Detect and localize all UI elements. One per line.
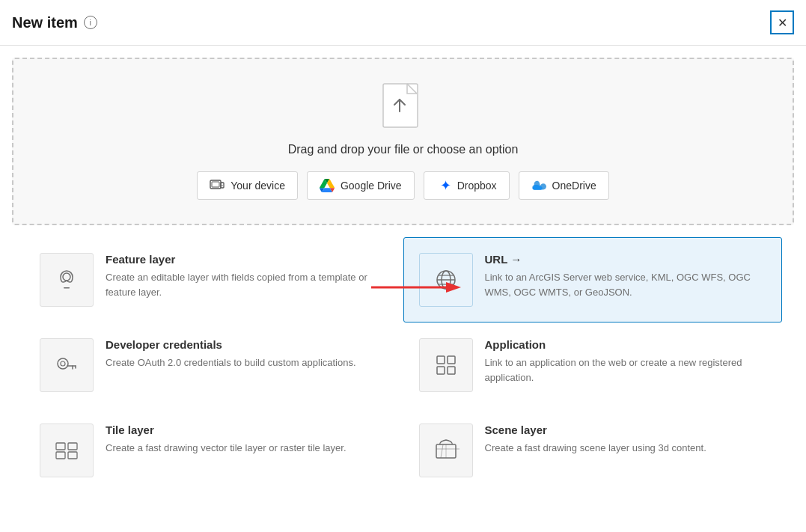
item-title-url: URL → <box>485 253 767 266</box>
item-card-developer-credentials[interactable]: Developer credentials Create OAuth 2.0 c… <box>24 322 403 408</box>
svg-point-15 <box>58 358 68 369</box>
item-title-application: Application <box>485 338 767 351</box>
device-icon <box>210 178 225 193</box>
pin-icon <box>53 266 80 293</box>
onedrive-label: OneDrive <box>552 180 596 192</box>
svg-rect-24 <box>56 443 65 450</box>
device-label: Your device <box>230 180 285 192</box>
svg-rect-22 <box>437 367 445 374</box>
svg-rect-9 <box>64 287 70 289</box>
svg-marker-7 <box>446 282 461 293</box>
item-desc-application: Link to an application on the web or cre… <box>485 355 767 385</box>
item-title-feature-layer: Feature layer <box>106 253 388 266</box>
svg-rect-26 <box>68 443 77 450</box>
item-card-scene-layer[interactable]: Scene layer Create a fast drawing scene … <box>403 408 783 493</box>
dialog-title: New item <box>12 14 78 31</box>
item-desc-feature-layer: Create an editable layer with fields cop… <box>106 270 388 299</box>
close-button[interactable]: ✕ <box>770 10 794 34</box>
source-button-googledrive[interactable]: Google Drive <box>307 171 415 200</box>
svg-rect-3 <box>212 182 219 187</box>
source-button-dropbox[interactable]: ✦ Dropbox <box>424 171 510 200</box>
svg-rect-21 <box>448 356 455 364</box>
svg-point-16 <box>61 361 65 366</box>
item-icon-box-developer-credentials <box>40 338 94 392</box>
source-button-device[interactable]: Your device <box>197 171 298 200</box>
scene-icon <box>433 437 460 464</box>
item-card-tile-layer[interactable]: Tile layer Create a fast drawing vector … <box>24 408 403 493</box>
svg-rect-25 <box>56 452 65 459</box>
item-content-tile-layer: Tile layer Create a fast drawing vector … <box>106 424 388 456</box>
item-icon-box-application <box>419 338 473 392</box>
svg-point-8 <box>63 273 70 281</box>
item-title-developer-credentials: Developer credentials <box>106 338 388 351</box>
app-icon <box>433 352 460 379</box>
item-desc-scene-layer: Create a fast drawing scene layer using … <box>485 441 767 456</box>
key-icon <box>53 352 80 379</box>
item-card-application[interactable]: Application Link to an application on th… <box>403 322 783 408</box>
item-content-feature-layer: Feature layer Create an editable layer w… <box>106 253 388 299</box>
item-desc-tile-layer: Create a fast drawing vector tile layer … <box>106 441 388 456</box>
item-title-scene-layer: Scene layer <box>485 424 767 436</box>
dialog-header: New item i ✕ <box>0 0 806 46</box>
source-buttons-container: Your device Google Drive <box>197 171 608 200</box>
onedrive-icon <box>531 178 546 193</box>
googledrive-label: Google Drive <box>341 180 402 192</box>
tiles-icon <box>53 437 80 464</box>
item-content-developer-credentials: Developer credentials Create OAuth 2.0 c… <box>106 338 388 370</box>
info-icon[interactable]: i <box>84 16 97 29</box>
svg-rect-20 <box>437 356 445 364</box>
item-icon-box-feature-layer <box>40 253 94 307</box>
item-content-application: Application Link to an application on th… <box>485 338 767 385</box>
svg-rect-27 <box>68 452 77 459</box>
items-grid: Feature layer Create an editable layer w… <box>24 237 782 493</box>
red-arrow-indicator <box>371 278 461 296</box>
dropbox-label: Dropbox <box>457 180 497 192</box>
header-left: New item i <box>12 14 97 31</box>
source-button-onedrive[interactable]: OneDrive <box>519 171 609 200</box>
svg-rect-23 <box>448 367 455 374</box>
dropbox-icon: ✦ <box>436 178 451 193</box>
item-content-url: URL → Link to an ArcGIS Server web servi… <box>485 253 767 299</box>
item-desc-developer-credentials: Create OAuth 2.0 credentials to build cu… <box>106 355 388 370</box>
item-desc-url: Link to an ArcGIS Server web service, KM… <box>485 270 767 299</box>
upload-icon <box>382 83 424 131</box>
drop-zone[interactable]: Drag and drop your file or choose an opt… <box>12 58 794 225</box>
item-icon-box-scene-layer <box>419 424 473 477</box>
item-card-feature-layer[interactable]: Feature layer Create an editable layer w… <box>24 237 403 322</box>
item-content-scene-layer: Scene layer Create a fast drawing scene … <box>485 424 767 456</box>
drop-instruction: Drag and drop your file or choose an opt… <box>288 143 519 156</box>
item-icon-box-tile-layer <box>40 424 94 477</box>
item-title-tile-layer: Tile layer <box>106 424 388 436</box>
googledrive-icon <box>320 178 335 193</box>
